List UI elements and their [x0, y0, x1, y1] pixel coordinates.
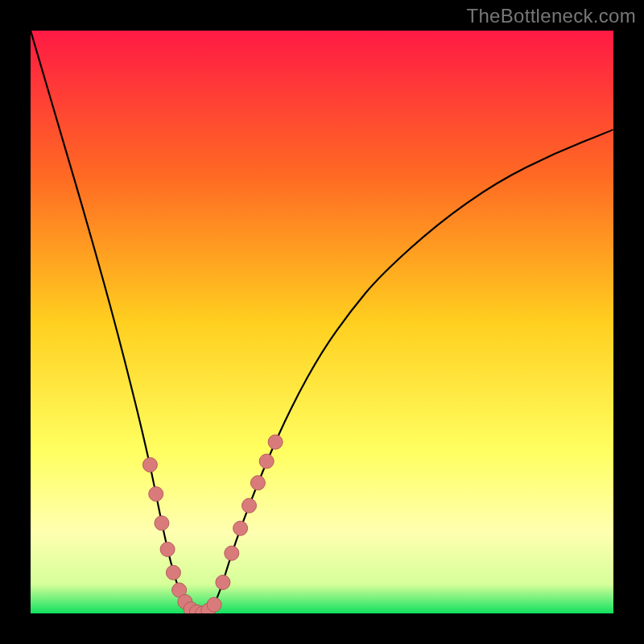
curve-marker — [149, 487, 163, 502]
gradient-background — [31, 31, 613, 613]
curve-marker — [160, 542, 175, 556]
curve-marker — [259, 454, 274, 469]
curve-marker — [166, 565, 180, 580]
attribution-label: TheBottleneck.com — [466, 5, 636, 27]
curve-marker — [268, 435, 283, 449]
curve-marker — [155, 516, 169, 530]
curve-marker — [242, 498, 257, 513]
curve-marker — [233, 521, 248, 535]
curve-marker — [216, 575, 230, 589]
bottleneck-chart — [31, 31, 613, 613]
curve-marker — [142, 457, 157, 472]
curve-marker — [225, 546, 239, 560]
curve-marker — [207, 597, 221, 612]
curve-marker — [250, 476, 265, 490]
